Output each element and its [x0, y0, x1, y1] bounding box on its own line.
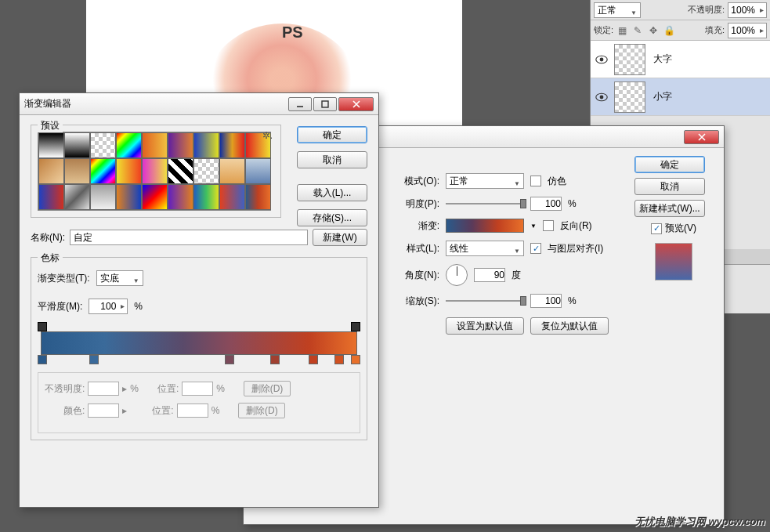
lock-transparency-icon[interactable]: ▦ [616, 25, 627, 36]
gradient-swatch[interactable] [38, 132, 64, 158]
gradient-swatch[interactable] [193, 158, 219, 184]
minimize-icon[interactable] [288, 97, 312, 111]
gradient-swatch[interactable] [193, 132, 219, 158]
gear-icon[interactable]: ✲. [262, 130, 273, 141]
preview-checkbox[interactable] [651, 223, 662, 234]
layer-item[interactable]: 大字 [591, 41, 770, 78]
gradient-style-dropdown[interactable]: 线性 [446, 241, 524, 256]
opacity-slider[interactable] [446, 203, 524, 204]
gradient-swatch[interactable] [38, 158, 64, 184]
cancel-button[interactable]: 取消 [297, 151, 367, 168]
gradient-swatch[interactable] [193, 184, 219, 210]
ps-text-layer: PS [282, 24, 303, 42]
gradient-swatch[interactable] [38, 184, 64, 210]
svg-point-1 [600, 57, 604, 61]
lock-all-icon[interactable]: 🔒 [663, 25, 674, 36]
gradient-swatch[interactable] [116, 158, 142, 184]
gradient-swatch[interactable] [116, 184, 142, 210]
dither-checkbox[interactable] [530, 176, 541, 186]
color-stop[interactable] [351, 355, 360, 364]
angle-wheel[interactable] [446, 264, 468, 286]
angle-input[interactable] [474, 268, 505, 282]
gradient-swatch[interactable] [90, 158, 116, 184]
name-input[interactable] [70, 230, 308, 245]
gradient-editor-titlebar[interactable]: 渐变编辑器 [20, 93, 378, 115]
gradient-editor-dialog: 渐变编辑器 确定 取消 载入(L)... 存储(S)... 预设 ✲. [19, 92, 379, 508]
gradient-swatch[interactable] [168, 158, 193, 184]
gradient-editor-buttons: 确定 取消 载入(L)... 存储(S)... [297, 126, 367, 231]
opacity-stop[interactable] [351, 322, 360, 331]
gradient-swatch[interactable] [64, 158, 90, 184]
fill-label: 填充: [705, 24, 725, 36]
gradient-swatch[interactable] [142, 158, 168, 184]
color-stop[interactable] [334, 355, 344, 364]
color-stop[interactable] [38, 355, 47, 364]
gradient-bar[interactable] [38, 320, 360, 366]
layers-lock-row: 锁定: ▦ ✎ ✥ 🔒 填充: 100% [591, 20, 770, 41]
gradient-swatch[interactable] [142, 132, 168, 158]
scale-input[interactable] [530, 294, 562, 308]
gradient-overlay-form: 模式(O): 正常 仿色 明度(P): % 渐变: ▼ 反向(R) 样式(L): [385, 173, 609, 347]
ok-button[interactable]: 确定 [297, 126, 367, 143]
layer-thumbnail[interactable] [614, 81, 645, 113]
opacity-label: 明度(P): [385, 197, 439, 211]
preset-grid [38, 132, 271, 211]
layer-name: 大字 [653, 52, 672, 66]
gradient-swatch[interactable] [168, 184, 193, 210]
eye-icon[interactable] [594, 89, 609, 105]
color-stop[interactable] [89, 355, 99, 364]
close-icon[interactable] [684, 130, 719, 144]
gradient-type-dropdown[interactable]: 实底 [96, 270, 143, 286]
color-stop[interactable] [270, 355, 280, 364]
gradient-swatch[interactable] [142, 184, 168, 210]
gradient-swatch[interactable] [219, 184, 245, 210]
opacity-input[interactable]: 100% [728, 2, 767, 18]
percent-label: % [134, 301, 143, 312]
gradient-swatch[interactable] [116, 132, 142, 158]
lock-paint-icon[interactable]: ✎ [632, 25, 643, 36]
blend-mode-dropdown[interactable]: 正常 [446, 173, 524, 189]
save-button[interactable]: 存储(S)... [297, 209, 367, 226]
smoothness-input[interactable]: 100 [89, 299, 128, 314]
stop-position-label: 位置: [152, 404, 173, 418]
gradient-picker[interactable] [446, 219, 524, 233]
watermark: 无忧电脑学习网 wypcw.com [634, 515, 765, 529]
set-default-button[interactable]: 设置为默认值 [446, 317, 524, 335]
opacity-stop[interactable] [38, 322, 47, 331]
close-icon[interactable] [338, 97, 374, 111]
opacity-label: 不透明度: [688, 4, 725, 16]
gradient-swatch[interactable] [90, 132, 116, 158]
color-stop[interactable] [309, 355, 318, 364]
load-button[interactable]: 载入(L)... [297, 184, 367, 201]
gradient-swatch[interactable] [90, 184, 116, 210]
cancel-button[interactable]: 取消 [634, 178, 705, 195]
gradient-editor-title: 渐变编辑器 [24, 97, 288, 110]
align-checkbox[interactable] [530, 243, 541, 254]
eye-icon[interactable] [594, 52, 609, 67]
gradient-swatch[interactable] [219, 132, 245, 158]
lock-icons-group: ▦ ✎ ✥ 🔒 [616, 25, 674, 36]
stop-color-swatch [88, 404, 119, 418]
degree-label: 度 [512, 269, 521, 282]
layer-item[interactable]: 小字 [591, 78, 770, 116]
new-style-button[interactable]: 新建样式(W)... [634, 200, 705, 217]
percent-label: % [568, 295, 577, 306]
new-button[interactable]: 新建(W) [313, 229, 367, 246]
blend-mode-dropdown[interactable]: 正常 [594, 2, 641, 18]
layer-thumbnail[interactable] [614, 44, 645, 75]
maximize-icon[interactable] [313, 97, 337, 111]
ok-button[interactable]: 确定 [634, 156, 705, 173]
gradient-swatch[interactable] [64, 184, 90, 210]
fill-input[interactable]: 100% [728, 23, 767, 38]
gradient-swatch[interactable] [245, 184, 271, 210]
lock-position-icon[interactable]: ✥ [648, 25, 659, 36]
opacity-value-input[interactable] [530, 197, 562, 211]
gradient-swatch[interactable] [245, 158, 271, 184]
color-stop[interactable] [225, 355, 234, 364]
gradient-swatch[interactable] [64, 132, 90, 158]
reset-default-button[interactable]: 复位为默认值 [530, 317, 609, 335]
reverse-checkbox[interactable] [543, 220, 554, 231]
scale-slider[interactable] [446, 300, 524, 302]
gradient-swatch[interactable] [168, 132, 193, 158]
gradient-swatch[interactable] [219, 158, 245, 184]
